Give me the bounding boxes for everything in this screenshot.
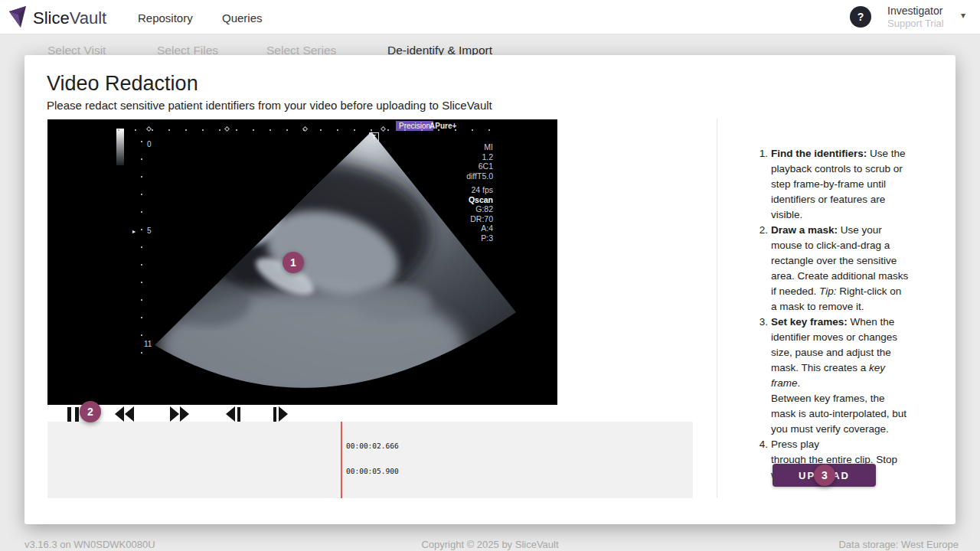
- pause-button[interactable]: [67, 406, 79, 422]
- video-mask-canvas[interactable]: Precision APure+ T MI 1.2 6C1 diffT5.0 2…: [47, 119, 557, 405]
- coach-mark-3[interactable]: 3: [814, 465, 835, 486]
- instruction-number: 2.: [754, 223, 768, 315]
- us-scale-dots-vertical: [141, 141, 142, 363]
- footer-copyright: Copyright © 2025 by SliceVault: [0, 539, 980, 550]
- slicevault-logo-icon: [8, 5, 28, 32]
- us-depth-mark-5: 5: [147, 227, 152, 235]
- current-time: 00:00:02.666: [346, 442, 399, 450]
- us-focus-arrow-icon: ▸: [132, 228, 136, 235]
- instruction-step-2: 2. Draw a mask: Use your mouse to click-…: [754, 223, 918, 315]
- fast-forward-icon: [170, 406, 179, 422]
- timeline-scrubber[interactable]: 00:00:02.666 00:00:05.900: [47, 422, 693, 498]
- brand-name: SliceVault: [33, 8, 106, 28]
- us-grayscale-bar: [116, 129, 124, 165]
- chevron-down-icon[interactable]: ▾: [961, 10, 965, 21]
- dialog-subtitle: Please redact sensitive patient identifi…: [47, 99, 492, 112]
- help-icon[interactable]: ?: [850, 6, 871, 28]
- rewind-icon: [115, 406, 124, 422]
- instruction-number: 1.: [754, 146, 768, 223]
- us-depth-mark-0: 0: [147, 140, 152, 148]
- dialog-title: Video Redaction: [47, 72, 198, 96]
- us-orientation-marker: T: [369, 132, 379, 142]
- instruction-number: 4.: [754, 437, 768, 483]
- total-time: 00:00:05.900: [346, 467, 399, 475]
- us-parameter-stack: MI 1.2 6C1 diffT5.0 24 fps Qscan G:82 DR…: [466, 142, 493, 243]
- video-redaction-dialog: Video Redaction Please redact sensitive …: [24, 55, 956, 524]
- rewind-button[interactable]: [115, 406, 134, 422]
- step-forward-icon: [273, 407, 276, 422]
- instructions-panel: 1. Find the identifiers: Use the playbac…: [754, 146, 918, 510]
- instruction-step-3: 3. Set key frames: When the identifier m…: [754, 315, 918, 437]
- nav-item-queries[interactable]: Queries: [222, 11, 263, 24]
- panel-divider: [717, 119, 717, 497]
- step-back-icon: [226, 406, 235, 422]
- instruction-text: Set key frames: When the identifier move…: [771, 315, 910, 437]
- coach-mark-2[interactable]: 2: [80, 401, 101, 422]
- instruction-text: Find the identifiers: Use the playback c…: [771, 146, 910, 223]
- top-nav-bar: SliceVault Repository Queries ? Investig…: [0, 0, 980, 34]
- nav-item-repository[interactable]: Repository: [138, 11, 193, 24]
- playhead[interactable]: [341, 422, 342, 498]
- instruction-number: 3.: [754, 315, 768, 437]
- coach-mark-1[interactable]: 1: [283, 252, 304, 273]
- us-scale-dots-horizontal: [118, 129, 501, 131]
- user-menu[interactable]: Investigator Support Trial: [887, 5, 944, 29]
- instruction-step-1: 1. Find the identifiers: Use the playbac…: [754, 146, 918, 223]
- timecode-display: 00:00:02.666 00:00:05.900: [346, 425, 399, 492]
- user-name: Investigator: [887, 5, 944, 17]
- step-back-frame-button[interactable]: [226, 406, 240, 422]
- slicevault-logo[interactable]: SliceVault: [8, 5, 106, 32]
- us-depth-mark-11: 11: [144, 340, 152, 348]
- fast-forward-button[interactable]: [170, 406, 189, 422]
- step-forward-frame-button[interactable]: [273, 406, 288, 422]
- pause-icon: [67, 407, 71, 422]
- instruction-text: Draw a mask: Use your mouse to click-and…: [771, 223, 910, 315]
- footer-data-storage: Data storage: West Europe: [838, 539, 959, 550]
- user-plan: Support Trial: [887, 18, 944, 29]
